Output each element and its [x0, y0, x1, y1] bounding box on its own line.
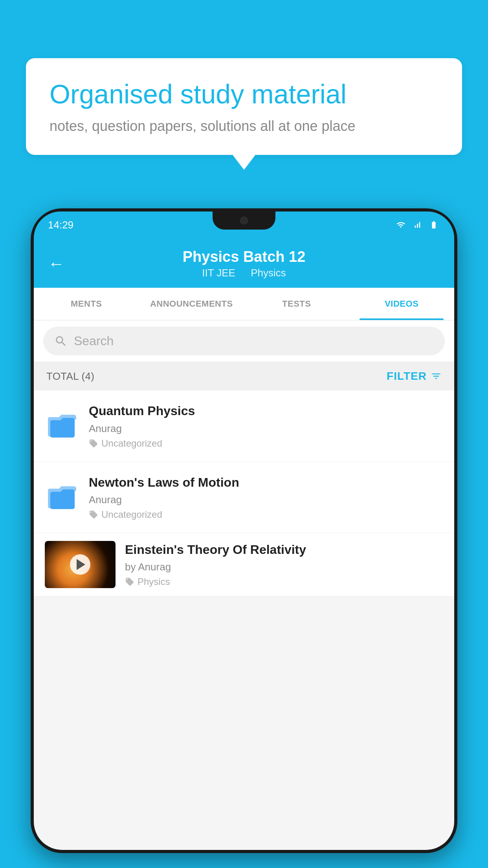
- speech-bubble: Organised study material notes, question…: [26, 58, 462, 155]
- notch: [213, 211, 275, 230]
- video-author: Anurag: [89, 423, 443, 435]
- signal-icon: [411, 221, 424, 229]
- header-title: Physics Batch 12: [183, 248, 306, 265]
- video-title: Newton's Laws of Motion: [89, 474, 443, 491]
- folder-icon: [46, 412, 78, 440]
- list-item[interactable]: Newton's Laws of Motion Anurag Uncategor…: [34, 462, 454, 533]
- folder-icon-container: [45, 480, 79, 515]
- video-tag-text: Uncategorized: [101, 438, 162, 449]
- camera-dot: [240, 217, 248, 224]
- video-tag-text: Physics: [138, 576, 170, 587]
- tag-icon: [89, 439, 98, 448]
- tab-ments[interactable]: MENTS: [34, 288, 139, 320]
- folder-icon: [46, 483, 78, 511]
- back-button[interactable]: ←: [48, 256, 64, 272]
- search-container: Search: [34, 320, 454, 362]
- video-tag: Physics: [125, 576, 443, 587]
- phone-screen: ← Physics Batch 12 IIT JEE Physics MENTS…: [34, 238, 454, 850]
- speech-bubble-container: Organised study material notes, question…: [26, 58, 462, 155]
- tab-videos[interactable]: VIDEOS: [349, 288, 455, 320]
- video-tag: Uncategorized: [89, 509, 443, 520]
- video-tag: Uncategorized: [89, 438, 443, 449]
- video-author: by Anurag: [125, 561, 443, 573]
- bubble-subtitle: notes, question papers, solutions all at…: [50, 118, 438, 134]
- tabs-bar: MENTS ANNOUNCEMENTS TESTS VIDEOS: [34, 288, 454, 320]
- search-icon: [54, 335, 68, 348]
- phone-container: 14:29 ←: [31, 208, 457, 868]
- video-tag-text: Uncategorized: [101, 509, 162, 520]
- svg-rect-1: [50, 420, 75, 438]
- video-info: Quantum Physics Anurag Uncategorized: [89, 403, 443, 449]
- wifi-icon: [394, 221, 407, 229]
- total-count: TOTAL (4): [46, 370, 94, 383]
- filter-icon: [431, 371, 442, 382]
- status-bar: 14:29: [34, 211, 454, 238]
- search-input[interactable]: Search: [74, 334, 114, 348]
- tab-announcements[interactable]: ANNOUNCEMENTS: [139, 288, 244, 320]
- header-title-group: Physics Batch 12 IIT JEE Physics: [183, 248, 306, 279]
- filter-label: FILTER: [387, 370, 427, 383]
- video-info: Einstein's Theory Of Relativity by Anura…: [125, 542, 443, 588]
- tag-icon: [89, 510, 98, 519]
- bubble-title: Organised study material: [50, 79, 438, 109]
- video-title: Quantum Physics: [89, 403, 443, 419]
- list-item[interactable]: Einstein's Theory Of Relativity by Anura…: [34, 533, 454, 596]
- app-header: ← Physics Batch 12 IIT JEE Physics: [34, 238, 454, 288]
- tag-icon: [125, 577, 134, 587]
- video-thumbnail: [45, 541, 116, 588]
- search-input-wrapper[interactable]: Search: [43, 327, 445, 355]
- header-subtitle: IIT JEE Physics: [183, 267, 306, 279]
- filter-button[interactable]: FILTER: [387, 370, 442, 383]
- svg-rect-3: [50, 492, 75, 509]
- phone-frame: 14:29 ←: [31, 208, 457, 853]
- video-list: Quantum Physics Anurag Uncategorized: [34, 390, 454, 596]
- subtitle-iitjee: IIT JEE: [202, 267, 235, 279]
- battery-icon: [427, 221, 440, 229]
- status-time: 14:29: [48, 219, 73, 231]
- subtitle-physics: Physics: [251, 267, 286, 279]
- video-info: Newton's Laws of Motion Anurag Uncategor…: [89, 474, 443, 520]
- filter-bar: TOTAL (4) FILTER: [34, 362, 454, 390]
- tab-tests[interactable]: TESTS: [244, 288, 349, 320]
- video-title: Einstein's Theory Of Relativity: [125, 542, 443, 558]
- status-icons: [394, 221, 440, 229]
- play-triangle: [77, 559, 85, 570]
- list-item[interactable]: Quantum Physics Anurag Uncategorized: [34, 390, 454, 462]
- video-author: Anurag: [89, 494, 443, 506]
- play-button-overlay[interactable]: [70, 554, 90, 575]
- folder-icon-container: [45, 408, 79, 443]
